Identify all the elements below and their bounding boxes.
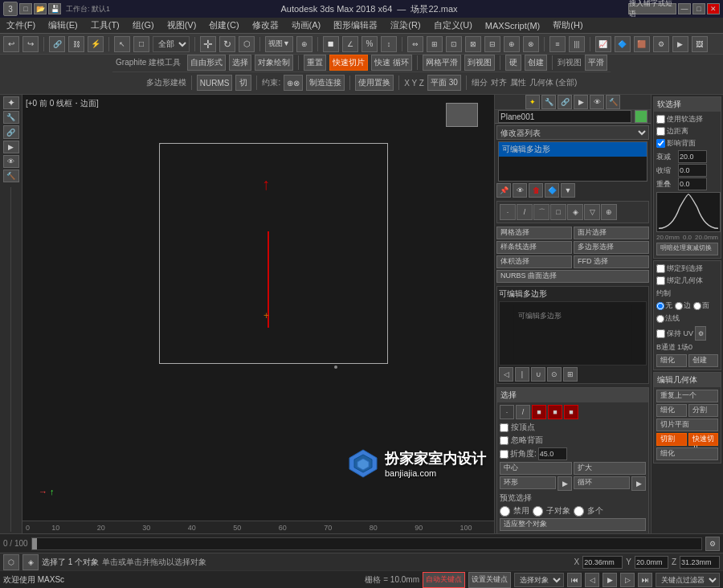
preserve-uv-check[interactable] — [656, 329, 665, 338]
loop-btn[interactable]: 循环 — [574, 476, 630, 489]
hierarchy-btn[interactable]: 🔗 — [3, 125, 19, 138]
ref-coord-btn[interactable]: 视图▼ — [265, 36, 293, 52]
align-camera-btn[interactable]: ⊕ — [504, 36, 520, 52]
slice-plane-btn[interactable]: 切片平面 — [656, 419, 718, 431]
undo-btn[interactable]: ↩ — [3, 36, 19, 52]
preserve-uv-options[interactable]: ⚙ — [695, 326, 706, 341]
select-whole-btn[interactable]: 适应整个对象 — [500, 518, 646, 531]
panel-tab-utility[interactable]: 🔨 — [606, 95, 620, 109]
element-sel-btn[interactable]: ◈ — [567, 204, 583, 220]
quickslice-side-btn[interactable]: 快速切片 — [688, 433, 719, 446]
cut-btn-toolbar[interactable]: 切 — [235, 75, 251, 91]
schematic-btn[interactable]: 🔷 — [615, 36, 631, 52]
use-soft-sel-check[interactable] — [656, 115, 665, 124]
select-btn[interactable]: ↖ — [114, 36, 130, 52]
cut-main-btn[interactable]: 切割 — [656, 433, 687, 446]
filter-select[interactable]: 选择对象 — [514, 573, 564, 587]
subdivide-btn2[interactable]: 细化 — [656, 404, 687, 417]
scale-btn[interactable]: ⬡ — [239, 36, 255, 52]
object-name-input[interactable] — [498, 110, 631, 123]
align-btn[interactable]: ⊞ — [427, 36, 443, 52]
timeline-thumb[interactable] — [32, 538, 37, 549]
unique-btn[interactable]: 🔷 — [545, 183, 559, 198]
quickslice-main-btn[interactable]: 快速切片 — [329, 55, 368, 71]
create-btn-top[interactable]: 创建 — [525, 55, 547, 71]
graphite-tab-paint[interactable]: 对象绘制 — [255, 55, 293, 71]
sub-additional2-btn[interactable]: ⊕ — [601, 204, 617, 220]
sel-icon-red2[interactable]: ■ — [548, 405, 562, 419]
sub-additional-btn[interactable]: ▽ — [584, 204, 600, 220]
make-unique-btn[interactable]: ▼ — [561, 183, 575, 198]
sel-icon-red1[interactable]: ■ — [532, 405, 546, 419]
x-coord-input[interactable] — [582, 556, 623, 569]
graphite-tab-freeform[interactable]: 自由形式 — [187, 55, 226, 71]
quickloop-btn[interactable]: 快速 循环 — [371, 55, 412, 71]
use-replace-btn[interactable]: 使用置换 — [355, 75, 394, 91]
play-btn[interactable]: ▶ — [602, 573, 617, 587]
ring-expand[interactable]: ▶ — [558, 476, 572, 491]
constrain-sel-check[interactable] — [656, 264, 665, 273]
panel-tab-motion[interactable]: ▶ — [574, 95, 588, 109]
create-panel-btn[interactable]: ✦ — [3, 96, 19, 109]
preview-icon5[interactable]: ⊞ — [563, 367, 578, 382]
constrain-none-radio[interactable] — [656, 302, 664, 310]
angle-snap-btn[interactable]: ∠ — [342, 36, 358, 52]
menu-graph-editor[interactable]: 图形编辑器 — [330, 19, 381, 31]
planar-btn2[interactable]: 创建 — [688, 354, 719, 367]
constrain-face-radio[interactable] — [693, 302, 701, 310]
quick-align-btn[interactable]: ⊡ — [446, 36, 462, 52]
ring-btn[interactable]: 环形 — [500, 476, 556, 489]
pivot-btn[interactable]: ⊕ — [296, 36, 312, 52]
poly-sel-btn[interactable]: □ — [550, 204, 566, 220]
utility-btn[interactable]: 🔨 — [3, 169, 19, 182]
loop-expand[interactable]: ▶ — [631, 476, 646, 491]
repeat-last-btn[interactable]: 重复上一个 — [656, 390, 718, 402]
bind-btn[interactable]: ⚡ — [88, 36, 104, 52]
viewport[interactable]: [+0 前 0 线框・边面] ↑ + — [22, 95, 494, 521]
auto-key-btn[interactable]: 自动关键点 — [423, 572, 465, 588]
reset-btn[interactable]: 重置 — [304, 55, 326, 71]
key-filter-select[interactable]: 关键点过滤器 — [656, 573, 720, 587]
panel-tab-display[interactable]: 👁 — [590, 95, 604, 109]
close-btn[interactable]: ✕ — [707, 3, 720, 14]
generate-connect-btn[interactable]: 制造连接 — [306, 75, 345, 91]
expand-btn[interactable]: 扩大 — [574, 462, 646, 475]
menu-animation[interactable]: 动画(A) — [288, 19, 325, 31]
spline-sel-btn[interactable]: 样条线选择 — [496, 241, 572, 254]
menu-render[interactable]: 渲染(R) — [387, 19, 423, 31]
vol-sel-btn[interactable]: 体积选择 — [496, 255, 572, 268]
gridflat-btn[interactable]: 网格平滑 — [423, 55, 461, 71]
new-btn[interactable]: □ — [19, 3, 32, 14]
grid-btn2[interactable]: 细化 — [656, 447, 718, 460]
z-coord-input[interactable] — [680, 556, 720, 569]
redo-btn[interactable]: ↪ — [22, 36, 39, 52]
angle-check[interactable] — [500, 450, 509, 459]
menu-tools[interactable]: 工具(T) — [88, 19, 123, 31]
select-region-btn[interactable]: □ — [133, 36, 149, 52]
display-btn[interactable]: 👁 — [3, 155, 19, 168]
menu-create[interactable]: 创建(C) — [206, 19, 242, 31]
modifier-item-editable-poly[interactable]: 可编辑多边形 — [499, 142, 647, 157]
menu-file[interactable]: 文件(F) — [3, 19, 39, 31]
preview-subobj-radio[interactable] — [533, 506, 543, 517]
hard-btn[interactable]: 硬 — [505, 55, 521, 71]
constrain-edge-radio[interactable] — [675, 302, 683, 310]
preview-icon3[interactable]: ∪ — [531, 367, 545, 382]
center-btn[interactable]: 中心 — [500, 462, 572, 475]
spinner-snap-btn[interactable]: ↕ — [381, 36, 397, 52]
pinch-input[interactable] — [678, 164, 707, 177]
snap-btn[interactable]: 🔲 — [323, 36, 339, 52]
sel-icon-vertex[interactable]: · — [500, 405, 514, 419]
menu-customize[interactable]: 自定义(U) — [431, 19, 476, 31]
separate-btn[interactable]: 分割 — [688, 404, 719, 417]
constrain-normal-radio[interactable] — [656, 315, 664, 323]
mesh-sel-btn[interactable]: 网格选择 — [496, 227, 572, 239]
show-in-viewport-btn[interactable]: 👁 — [513, 183, 527, 198]
border-sel-btn[interactable]: ⌒ — [533, 204, 549, 220]
delete-modifier-btn[interactable]: 🗑 — [529, 183, 543, 198]
menu-group[interactable]: 组(G) — [129, 19, 157, 31]
sel-icon-red3[interactable]: ■ — [564, 405, 578, 419]
render-btn[interactable]: ▶ — [672, 36, 688, 52]
panel-tab-create[interactable]: ✦ — [525, 95, 540, 109]
preview-disabled-radio[interactable] — [500, 506, 510, 517]
